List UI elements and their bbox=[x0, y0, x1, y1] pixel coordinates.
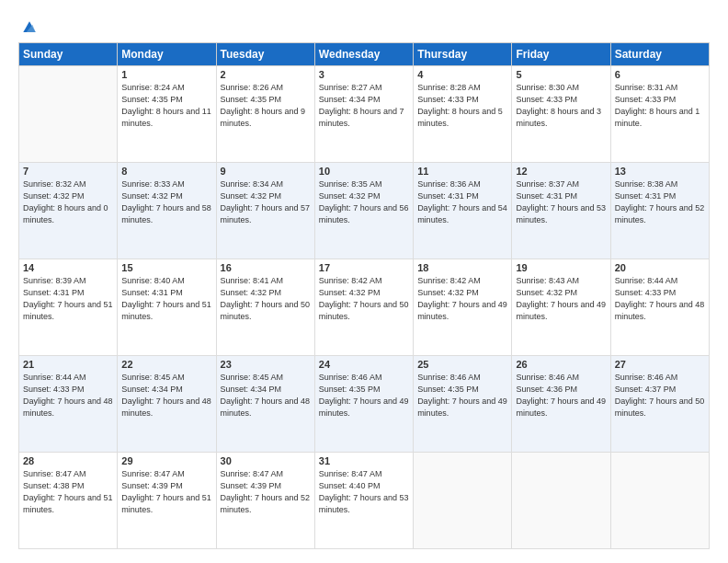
day-number: 5 bbox=[516, 69, 606, 80]
day-number: 14 bbox=[23, 262, 113, 273]
logo-icon bbox=[20, 18, 39, 37]
weekday-header: Thursday bbox=[414, 43, 512, 66]
day-number: 28 bbox=[23, 455, 113, 466]
weekday-header: Friday bbox=[512, 43, 610, 66]
day-number: 17 bbox=[319, 262, 409, 273]
day-info: Sunrise: 8:41 AMSunset: 4:32 PMDaylight:… bbox=[221, 275, 311, 323]
calendar-cell: 27Sunrise: 8:46 AMSunset: 4:37 PMDayligh… bbox=[610, 356, 709, 453]
calendar-cell bbox=[512, 453, 610, 549]
calendar: SundayMondayTuesdayWednesdayThursdayFrid… bbox=[18, 42, 710, 549]
day-info: Sunrise: 8:42 AMSunset: 4:32 PMDaylight:… bbox=[417, 275, 507, 323]
day-info: Sunrise: 8:46 AMSunset: 4:35 PMDaylight:… bbox=[417, 372, 507, 419]
calendar-cell: 20Sunrise: 8:44 AMSunset: 4:33 PMDayligh… bbox=[610, 259, 709, 356]
calendar-cell bbox=[414, 453, 512, 549]
calendar-cell: 1Sunrise: 8:24 AMSunset: 4:35 PMDaylight… bbox=[118, 66, 216, 163]
calendar-cell bbox=[19, 66, 118, 163]
day-number: 1 bbox=[121, 69, 211, 80]
day-info: Sunrise: 8:24 AMSunset: 4:35 PMDaylight:… bbox=[121, 82, 211, 130]
day-number: 24 bbox=[319, 359, 409, 370]
calendar-cell: 15Sunrise: 8:40 AMSunset: 4:31 PMDayligh… bbox=[118, 259, 216, 356]
logo bbox=[18, 18, 39, 33]
calendar-cell: 10Sunrise: 8:35 AMSunset: 4:32 PMDayligh… bbox=[314, 163, 413, 259]
day-info: Sunrise: 8:32 AMSunset: 4:32 PMDaylight:… bbox=[23, 178, 113, 226]
day-number: 13 bbox=[615, 166, 705, 177]
calendar-cell: 25Sunrise: 8:46 AMSunset: 4:35 PMDayligh… bbox=[414, 356, 512, 453]
day-number: 2 bbox=[221, 69, 311, 80]
calendar-cell: 5Sunrise: 8:30 AMSunset: 4:33 PMDaylight… bbox=[512, 66, 610, 163]
day-number: 21 bbox=[23, 359, 113, 370]
day-number: 31 bbox=[319, 455, 409, 466]
day-info: Sunrise: 8:45 AMSunset: 4:34 PMDaylight:… bbox=[121, 372, 211, 419]
day-number: 10 bbox=[319, 166, 409, 177]
day-number: 9 bbox=[221, 166, 311, 177]
day-number: 15 bbox=[121, 262, 211, 273]
day-info: Sunrise: 8:28 AMSunset: 4:33 PMDaylight:… bbox=[417, 82, 507, 130]
calendar-cell: 31Sunrise: 8:47 AMSunset: 4:40 PMDayligh… bbox=[314, 453, 413, 549]
day-number: 6 bbox=[615, 69, 705, 80]
weekday-header: Tuesday bbox=[216, 43, 314, 66]
day-info: Sunrise: 8:46 AMSunset: 4:36 PMDaylight:… bbox=[516, 372, 606, 419]
day-number: 12 bbox=[516, 166, 606, 177]
calendar-header-row: SundayMondayTuesdayWednesdayThursdayFrid… bbox=[19, 43, 710, 66]
calendar-week-row: 14Sunrise: 8:39 AMSunset: 4:31 PMDayligh… bbox=[19, 259, 710, 356]
day-number: 25 bbox=[417, 359, 507, 370]
calendar-cell: 23Sunrise: 8:45 AMSunset: 4:34 PMDayligh… bbox=[216, 356, 314, 453]
calendar-cell: 11Sunrise: 8:36 AMSunset: 4:31 PMDayligh… bbox=[414, 163, 512, 259]
day-info: Sunrise: 8:47 AMSunset: 4:38 PMDaylight:… bbox=[23, 468, 113, 516]
day-info: Sunrise: 8:44 AMSunset: 4:33 PMDaylight:… bbox=[615, 275, 705, 323]
calendar-cell: 14Sunrise: 8:39 AMSunset: 4:31 PMDayligh… bbox=[19, 259, 118, 356]
calendar-week-row: 28Sunrise: 8:47 AMSunset: 4:38 PMDayligh… bbox=[19, 453, 710, 549]
calendar-cell: 4Sunrise: 8:28 AMSunset: 4:33 PMDaylight… bbox=[414, 66, 512, 163]
day-info: Sunrise: 8:27 AMSunset: 4:34 PMDaylight:… bbox=[319, 82, 409, 130]
day-number: 20 bbox=[615, 262, 705, 273]
calendar-cell: 21Sunrise: 8:44 AMSunset: 4:33 PMDayligh… bbox=[19, 356, 118, 453]
day-number: 26 bbox=[516, 359, 606, 370]
day-number: 29 bbox=[121, 455, 211, 466]
calendar-cell: 18Sunrise: 8:42 AMSunset: 4:32 PMDayligh… bbox=[414, 259, 512, 356]
day-number: 27 bbox=[615, 359, 705, 370]
calendar-week-row: 21Sunrise: 8:44 AMSunset: 4:33 PMDayligh… bbox=[19, 356, 710, 453]
weekday-header: Wednesday bbox=[314, 43, 413, 66]
day-number: 4 bbox=[417, 69, 507, 80]
calendar-week-row: 7Sunrise: 8:32 AMSunset: 4:32 PMDaylight… bbox=[19, 163, 710, 259]
page: SundayMondayTuesdayWednesdayThursdayFrid… bbox=[0, 0, 728, 563]
day-info: Sunrise: 8:26 AMSunset: 4:35 PMDaylight:… bbox=[221, 82, 311, 130]
day-info: Sunrise: 8:45 AMSunset: 4:34 PMDaylight:… bbox=[221, 372, 311, 419]
day-info: Sunrise: 8:42 AMSunset: 4:32 PMDaylight:… bbox=[319, 275, 409, 323]
calendar-cell: 3Sunrise: 8:27 AMSunset: 4:34 PMDaylight… bbox=[314, 66, 413, 163]
day-info: Sunrise: 8:46 AMSunset: 4:35 PMDaylight:… bbox=[319, 372, 409, 419]
day-info: Sunrise: 8:31 AMSunset: 4:33 PMDaylight:… bbox=[615, 82, 705, 130]
header bbox=[18, 18, 710, 33]
day-info: Sunrise: 8:35 AMSunset: 4:32 PMDaylight:… bbox=[319, 178, 409, 226]
calendar-cell: 26Sunrise: 8:46 AMSunset: 4:36 PMDayligh… bbox=[512, 356, 610, 453]
calendar-cell: 28Sunrise: 8:47 AMSunset: 4:38 PMDayligh… bbox=[19, 453, 118, 549]
calendar-cell: 2Sunrise: 8:26 AMSunset: 4:35 PMDaylight… bbox=[216, 66, 314, 163]
logo-text bbox=[18, 18, 39, 37]
day-number: 30 bbox=[221, 455, 311, 466]
calendar-cell: 19Sunrise: 8:43 AMSunset: 4:32 PMDayligh… bbox=[512, 259, 610, 356]
calendar-cell: 22Sunrise: 8:45 AMSunset: 4:34 PMDayligh… bbox=[118, 356, 216, 453]
day-number: 23 bbox=[221, 359, 311, 370]
weekday-header: Monday bbox=[118, 43, 216, 66]
day-number: 22 bbox=[121, 359, 211, 370]
calendar-cell: 30Sunrise: 8:47 AMSunset: 4:39 PMDayligh… bbox=[216, 453, 314, 549]
day-info: Sunrise: 8:47 AMSunset: 4:40 PMDaylight:… bbox=[319, 468, 409, 516]
weekday-header: Sunday bbox=[19, 43, 118, 66]
calendar-cell: 24Sunrise: 8:46 AMSunset: 4:35 PMDayligh… bbox=[314, 356, 413, 453]
day-number: 3 bbox=[319, 69, 409, 80]
day-info: Sunrise: 8:37 AMSunset: 4:31 PMDaylight:… bbox=[516, 178, 606, 226]
weekday-header: Saturday bbox=[610, 43, 709, 66]
day-info: Sunrise: 8:47 AMSunset: 4:39 PMDaylight:… bbox=[121, 468, 211, 516]
day-info: Sunrise: 8:36 AMSunset: 4:31 PMDaylight:… bbox=[417, 178, 507, 226]
day-info: Sunrise: 8:38 AMSunset: 4:31 PMDaylight:… bbox=[615, 178, 705, 226]
calendar-cell: 9Sunrise: 8:34 AMSunset: 4:32 PMDaylight… bbox=[216, 163, 314, 259]
calendar-cell bbox=[610, 453, 709, 549]
day-info: Sunrise: 8:34 AMSunset: 4:32 PMDaylight:… bbox=[221, 178, 311, 226]
day-number: 16 bbox=[221, 262, 311, 273]
day-number: 18 bbox=[417, 262, 507, 273]
calendar-week-row: 1Sunrise: 8:24 AMSunset: 4:35 PMDaylight… bbox=[19, 66, 710, 163]
day-info: Sunrise: 8:40 AMSunset: 4:31 PMDaylight:… bbox=[121, 275, 211, 323]
calendar-cell: 17Sunrise: 8:42 AMSunset: 4:32 PMDayligh… bbox=[314, 259, 413, 356]
calendar-cell: 29Sunrise: 8:47 AMSunset: 4:39 PMDayligh… bbox=[118, 453, 216, 549]
calendar-cell: 12Sunrise: 8:37 AMSunset: 4:31 PMDayligh… bbox=[512, 163, 610, 259]
